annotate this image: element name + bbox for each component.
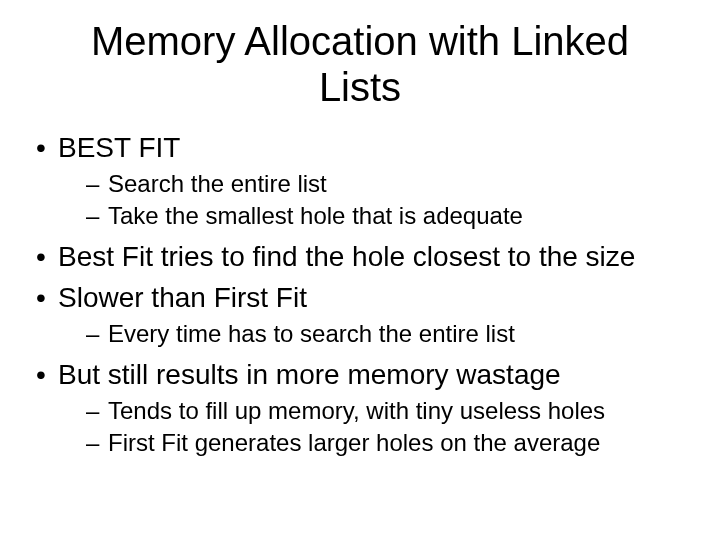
slide: Memory Allocation with Linked Lists BEST… — [0, 0, 720, 540]
sub-list: Every time has to search the entire list — [86, 319, 700, 349]
sub-item: First Fit generates larger holes on the … — [86, 428, 700, 458]
bullet-text: BEST FIT — [58, 132, 180, 163]
list-item: BEST FIT Search the entire list Take the… — [30, 130, 700, 231]
bullet-text: Best Fit tries to find the hole closest … — [58, 241, 635, 272]
sub-item: Search the entire list — [86, 169, 700, 199]
bullet-text: But still results in more memory wastage — [58, 359, 561, 390]
sub-list: Search the entire list Take the smallest… — [86, 169, 700, 231]
list-item: But still results in more memory wastage… — [30, 357, 700, 458]
sub-list: Tends to fill up memory, with tiny usele… — [86, 396, 700, 458]
sub-item: Tends to fill up memory, with tiny usele… — [86, 396, 700, 426]
bullet-text: Slower than First Fit — [58, 282, 307, 313]
slide-title: Memory Allocation with Linked Lists — [60, 18, 660, 110]
list-item: Slower than First Fit Every time has to … — [30, 280, 700, 349]
list-item: Best Fit tries to find the hole closest … — [30, 239, 700, 274]
sub-item: Take the smallest hole that is adequate — [86, 201, 700, 231]
sub-item: Every time has to search the entire list — [86, 319, 700, 349]
bullet-list: BEST FIT Search the entire list Take the… — [30, 130, 700, 458]
